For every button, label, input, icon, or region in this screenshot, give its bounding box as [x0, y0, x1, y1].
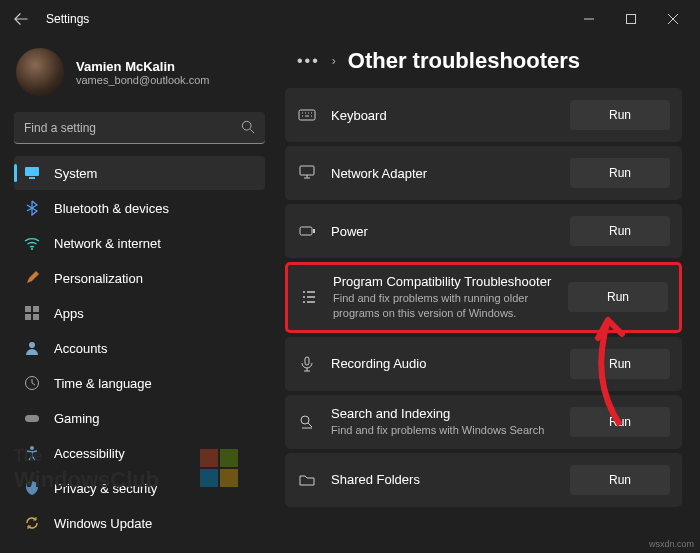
titlebar: Settings	[0, 0, 700, 38]
item-keyboard: Keyboard Run	[285, 88, 682, 142]
svg-rect-14	[300, 166, 314, 175]
item-title: Recording Audio	[331, 356, 556, 371]
nav-apps[interactable]: Apps	[14, 296, 265, 330]
svg-rect-11	[25, 415, 39, 422]
sidebar: Vamien McKalin vames_bond@outlook.com Sy…	[0, 38, 275, 553]
apps-icon	[24, 305, 40, 321]
svg-rect-2	[25, 167, 39, 176]
item-search-indexing: Search and Indexing Find and fix problem…	[285, 395, 682, 449]
monitor-icon	[24, 165, 40, 181]
gamepad-icon	[24, 410, 40, 426]
search-icon	[241, 120, 255, 134]
svg-rect-8	[33, 314, 39, 320]
page-title: Other troubleshooters	[348, 48, 580, 74]
svg-rect-5	[25, 306, 31, 312]
minimize-button[interactable]	[568, 4, 610, 34]
list-classic-icon	[299, 287, 319, 307]
nav-label: Network & internet	[54, 236, 161, 251]
clock-icon	[24, 375, 40, 391]
nav-label: Apps	[54, 306, 84, 321]
item-network-adapter: Network Adapter Run	[285, 146, 682, 200]
nav: System Bluetooth & devices Network & int…	[14, 156, 265, 540]
nav-gaming[interactable]: Gaming	[14, 401, 265, 435]
nav-label: Time & language	[54, 376, 152, 391]
close-button[interactable]	[652, 4, 694, 34]
person-icon	[24, 340, 40, 356]
nav-label: System	[54, 166, 97, 181]
item-subtitle: Find and fix problems with running older…	[333, 291, 554, 321]
nav-accounts[interactable]: Accounts	[14, 331, 265, 365]
nav-network[interactable]: Network & internet	[14, 226, 265, 260]
nav-label: Windows Update	[54, 516, 152, 531]
nav-time[interactable]: Time & language	[14, 366, 265, 400]
nav-update[interactable]: Windows Update	[14, 506, 265, 540]
shield-icon	[24, 480, 40, 496]
run-button-program[interactable]: Run	[568, 282, 668, 312]
item-power: Power Run	[285, 204, 682, 258]
item-title: Power	[331, 224, 556, 239]
brush-icon	[24, 270, 40, 286]
nav-personalization[interactable]: Personalization	[14, 261, 265, 295]
back-arrow-icon	[14, 12, 28, 26]
maximize-icon	[626, 14, 636, 24]
microphone-icon	[297, 354, 317, 374]
svg-rect-17	[305, 357, 309, 365]
item-program-compatibility: Program Compatibility Troubleshooter Fin…	[285, 262, 682, 333]
svg-point-9	[29, 342, 35, 348]
battery-icon	[297, 221, 317, 241]
run-button-power[interactable]: Run	[570, 216, 670, 246]
item-title: Network Adapter	[331, 166, 556, 181]
nav-label: Accounts	[54, 341, 107, 356]
nav-system[interactable]: System	[14, 156, 265, 190]
svg-rect-16	[313, 229, 315, 233]
run-button-network[interactable]: Run	[570, 158, 670, 188]
folder-share-icon	[297, 470, 317, 490]
item-subtitle: Find and fix problems with Windows Searc…	[331, 423, 556, 438]
run-button-keyboard[interactable]: Run	[570, 100, 670, 130]
nav-label: Accessibility	[54, 446, 125, 461]
nav-bluetooth[interactable]: Bluetooth & devices	[14, 191, 265, 225]
maximize-button[interactable]	[610, 4, 652, 34]
svg-point-12	[30, 446, 34, 450]
search-wrapper	[14, 112, 265, 144]
nav-label: Bluetooth & devices	[54, 201, 169, 216]
user-profile[interactable]: Vamien McKalin vames_bond@outlook.com	[14, 44, 265, 110]
search-input[interactable]	[14, 112, 265, 144]
run-button-shared[interactable]: Run	[570, 465, 670, 495]
content: ••• › Other troubleshooters Keyboard Run…	[275, 38, 700, 553]
bluetooth-icon	[24, 200, 40, 216]
close-icon	[668, 14, 678, 24]
window-title: Settings	[46, 12, 89, 26]
keyboard-icon	[297, 105, 317, 125]
item-title: Program Compatibility Troubleshooter	[333, 274, 554, 289]
svg-rect-15	[300, 227, 312, 235]
run-button-search[interactable]: Run	[570, 407, 670, 437]
wifi-icon	[24, 235, 40, 251]
nav-label: Personalization	[54, 271, 143, 286]
troubleshooter-list: Keyboard Run Network Adapter Run Power R…	[285, 88, 682, 507]
back-button[interactable]	[6, 4, 36, 34]
nav-privacy[interactable]: Privacy & security	[14, 471, 265, 505]
run-button-recording[interactable]: Run	[570, 349, 670, 379]
svg-point-18	[301, 416, 309, 424]
svg-point-4	[31, 248, 33, 250]
svg-rect-0	[627, 15, 636, 24]
minimize-icon	[584, 14, 594, 24]
svg-rect-13	[299, 110, 315, 120]
svg-rect-6	[33, 306, 39, 312]
item-shared-folders: Shared Folders Run	[285, 453, 682, 507]
nav-label: Privacy & security	[54, 481, 157, 496]
monitor-network-icon	[297, 163, 317, 183]
nav-accessibility[interactable]: Accessibility	[14, 436, 265, 470]
user-name: Vamien McKalin	[76, 59, 209, 74]
more-button[interactable]: •••	[297, 52, 320, 70]
svg-rect-7	[25, 314, 31, 320]
chevron-right-icon: ›	[332, 54, 336, 68]
accessibility-icon	[24, 445, 40, 461]
update-icon	[24, 515, 40, 531]
item-recording-audio: Recording Audio Run	[285, 337, 682, 391]
item-title: Search and Indexing	[331, 406, 556, 421]
item-title: Shared Folders	[331, 472, 556, 487]
search-list-icon	[297, 412, 317, 432]
page-header: ••• › Other troubleshooters	[285, 38, 682, 88]
